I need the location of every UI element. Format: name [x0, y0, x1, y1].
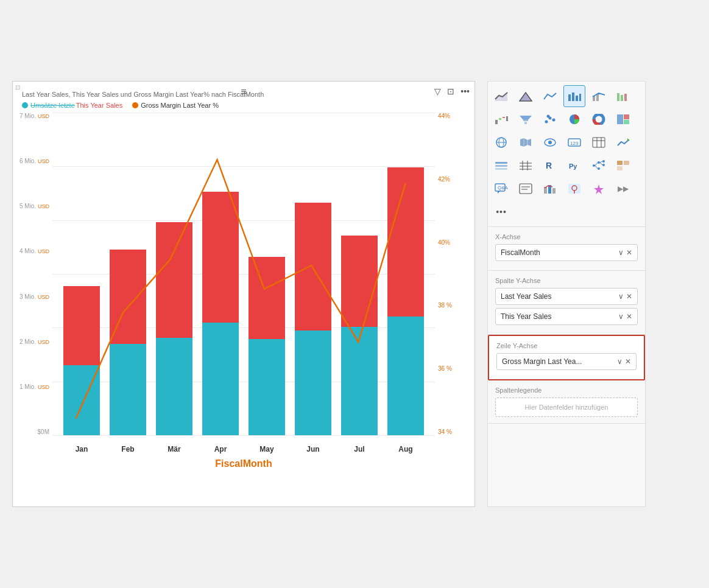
x-achse-label: X-Achse — [495, 233, 638, 240]
icon-python-visual[interactable]: Py — [563, 155, 585, 177]
svg-text:R: R — [546, 161, 552, 170]
icon-decomp-tree[interactable] — [588, 155, 610, 177]
icon-donut[interactable] — [588, 108, 610, 130]
chart-legend: Umsätze letzte This Year Sales Gross Mar… — [22, 102, 465, 109]
zeile-y-achse-section: Zeile Y-Achse Gross Margin Last Yea... ∨… — [488, 335, 645, 380]
svg-rect-70 — [552, 188, 556, 194]
svg-rect-41 — [495, 165, 507, 167]
bar-stack-jun — [295, 203, 331, 435]
icon-treemap[interactable] — [612, 108, 634, 130]
svg-rect-35 — [593, 138, 605, 147]
close-icon-gm[interactable]: ✕ — [625, 357, 631, 366]
svg-point-18 — [545, 121, 548, 124]
icon-custom-visual[interactable] — [588, 178, 610, 200]
fiscal-month-chip[interactable]: FiscalMonth ∨ ✕ — [495, 244, 638, 261]
last-year-sales-chip[interactable]: Last Year Sales ∨ ✕ — [495, 288, 638, 305]
legend-dot-orange — [132, 102, 138, 108]
zeile-y-achse-label: Zeile Y-Achse — [496, 342, 637, 349]
close-icon[interactable]: ✕ — [626, 248, 632, 257]
gross-margin-label: Gross Margin Last Yea... — [502, 357, 582, 366]
svg-point-21 — [547, 115, 550, 118]
icon-pie[interactable] — [563, 108, 585, 130]
svg-point-32 — [548, 141, 552, 144]
svg-rect-25 — [617, 114, 623, 124]
icon-globe[interactable] — [490, 131, 512, 153]
icon-mountain-area[interactable] — [515, 85, 537, 107]
icon-kpi[interactable] — [612, 131, 634, 153]
icon-eye[interactable] — [539, 131, 561, 153]
icon-combo-chart[interactable] — [588, 85, 610, 107]
svg-rect-8 — [617, 93, 619, 101]
icon-smart-narrative[interactable] — [515, 178, 537, 200]
legend-item-cyan: Umsätze letzte This Year Sales — [22, 102, 122, 109]
bar-red-mar — [156, 222, 192, 338]
chevron-down-icon-tys[interactable]: ∨ — [618, 312, 624, 321]
icon-waterfall[interactable] — [490, 108, 512, 130]
icon-bar-chart[interactable] — [563, 85, 585, 107]
svg-line-55 — [595, 163, 598, 166]
chevron-down-icon-gm[interactable]: ∨ — [617, 357, 623, 366]
icon-group[interactable] — [612, 155, 634, 177]
icon-ribbon-chart[interactable] — [612, 85, 634, 107]
legend-dot-cyan — [22, 102, 28, 108]
svg-rect-5 — [579, 94, 581, 101]
expand-icon[interactable]: ⊡ — [447, 86, 454, 96]
bar-red-apr — [202, 192, 239, 323]
menu-bar-icon[interactable]: ≡ — [241, 86, 246, 97]
bar-red-jun — [295, 203, 331, 331]
bar-red-aug — [387, 167, 424, 317]
bar-group-feb — [105, 250, 151, 435]
bar-cyan-jul — [341, 327, 378, 435]
x-axis-title: FiscalMonth — [19, 458, 468, 469]
svg-rect-26 — [624, 114, 629, 119]
y-label-6: 6 Mio. USD — [19, 158, 49, 164]
gross-margin-chip[interactable]: Gross Margin Last Yea... ∨ ✕ — [496, 353, 637, 370]
svg-rect-4 — [576, 96, 578, 101]
chart-area: 7 Mio. USD 6 Mio. USD 5 Mio. USD 4 Mio. … — [52, 113, 435, 453]
svg-marker-74 — [594, 184, 604, 194]
svg-rect-27 — [624, 120, 629, 124]
filter-icon[interactable]: ▽ — [434, 86, 441, 96]
icon-azure-map[interactable] — [563, 178, 585, 200]
svg-marker-39 — [627, 138, 630, 141]
svg-rect-10 — [624, 94, 627, 101]
icon-double-arrow[interactable]: ▶▶ — [612, 178, 634, 200]
bar-red-feb — [110, 250, 146, 344]
close-icon-lys[interactable]: ✕ — [626, 292, 632, 301]
fiscal-month-actions: ∨ ✕ — [618, 248, 632, 257]
icon-line-chart2[interactable] — [539, 85, 561, 107]
svg-rect-61 — [617, 166, 623, 170]
bar-stack-may — [249, 257, 285, 435]
this-year-sales-label: This Year Sales — [501, 312, 551, 321]
chevron-down-icon-lys[interactable]: ∨ — [618, 292, 624, 301]
chevron-down-icon[interactable]: ∨ — [618, 248, 624, 257]
icon-r-visual[interactable]: R — [539, 155, 561, 177]
corner-resize-icon: ⊡ — [15, 84, 20, 91]
right-panel: 123 R Py — [487, 81, 646, 507]
close-icon-tys[interactable]: ✕ — [626, 312, 632, 321]
icon-scatter[interactable] — [539, 108, 561, 130]
icon-matrix[interactable] — [515, 155, 537, 177]
icon-funnel[interactable] — [515, 108, 537, 130]
bar-stack-mar — [156, 222, 192, 435]
bar-group-jan — [58, 286, 105, 435]
icon-qa[interactable]: Q&A — [490, 178, 512, 200]
icon-slicer[interactable] — [490, 155, 512, 177]
spaltenlegende-section: Spaltenlegende Hier Datenfelder hinzufüg… — [488, 380, 645, 424]
icon-table-vis[interactable] — [588, 131, 610, 153]
bar-cyan-jun — [295, 331, 331, 435]
more-options-icon[interactable]: ••• — [460, 86, 470, 96]
y-right-36: 36 % — [438, 365, 452, 372]
icon-card[interactable]: 123 — [563, 131, 585, 153]
svg-rect-59 — [617, 161, 623, 165]
svg-rect-42 — [495, 168, 507, 170]
icon-line-area[interactable] — [490, 85, 512, 107]
this-year-sales-chip[interactable]: This Year Sales ∨ ✕ — [495, 308, 638, 325]
icon-choropleth[interactable] — [515, 131, 537, 153]
bar-cyan-feb — [110, 344, 146, 435]
icon-overflow[interactable]: ••• — [490, 201, 512, 223]
icon-key-influencers[interactable] — [539, 178, 561, 200]
svg-text:▶▶: ▶▶ — [618, 184, 629, 193]
spaltenlegende-drop-zone[interactable]: Hier Datenfelder hinzufügen — [495, 397, 638, 417]
bar-cyan-apr — [202, 323, 239, 435]
